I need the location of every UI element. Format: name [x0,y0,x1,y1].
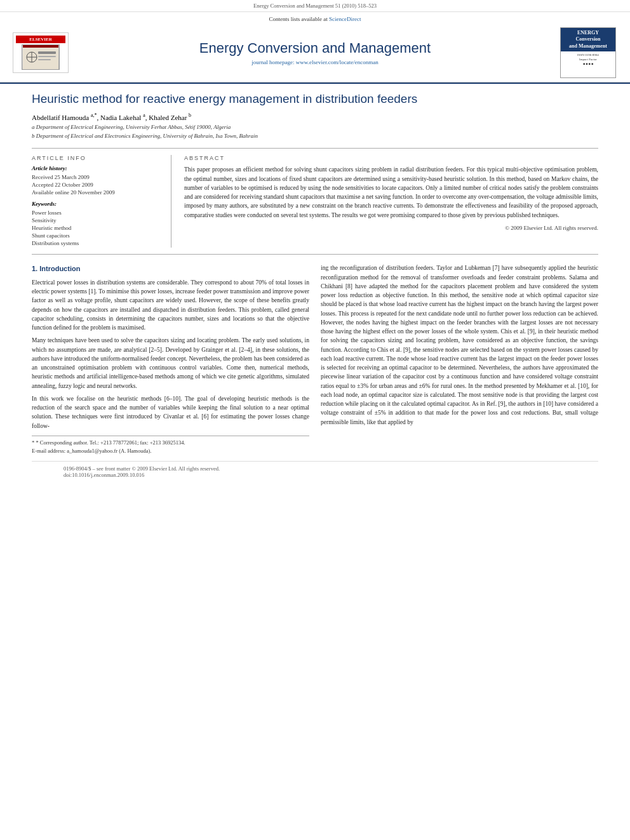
author-hamouda: Abdellatif Hamouda [32,113,89,121]
journal-logo-title: ENERGYConversionand Management [561,28,615,51]
accepted-date: Accepted 22 October 2009 [32,182,161,188]
elsevier-logo-wordmark: ELSEVIER [16,36,65,43]
svg-rect-7 [38,59,51,60]
footnote-line: * * Corresponding author. Tel.: +213 778… [32,439,309,447]
svg-rect-5 [38,51,56,54]
body-right-column: ing the reconfiguration of distribution … [321,263,598,455]
keyword-4: Shunt capacitors [32,232,161,239]
body-p1: Electrical power losses in distribution … [32,278,309,333]
email-address: a_hamouda1@yahoo.fr (A. Hamouda). [67,448,151,454]
footnote-area: * * Corresponding author. Tel.: +213 778… [32,436,309,455]
article-meta-section: ARTICLE INFO Article history: Received 2… [32,148,598,255]
sciencedirect-link[interactable]: ScienceDirect [329,16,361,22]
keyword-5: Distribution systems [32,240,161,246]
author-zehar-affil: b [189,112,191,118]
elsevier-logo-left: ELSEVIER [13,32,70,73]
article-info-label: ARTICLE INFO [32,155,161,161]
journal-header: Contents lists available at ScienceDirec… [0,12,630,83]
received-date: Received 25 March 2009 [32,174,161,180]
header-content: ELSEVIER [13,25,617,81]
abstract-section: ABSTRACT This paper proposes an efficien… [184,155,598,248]
journal-homepage: journal homepage: www.elsevier.com/locat… [76,59,554,65]
article-history-label: Article history: [32,165,161,171]
author-hamouda-affil: a,* [91,112,97,118]
body-p2: Many techniques have been used to solve … [32,336,309,390]
authors-line: Abdellatif Hamouda a,*, Nadia Lakehal a,… [32,112,598,121]
footer-issn: 0196-8904/$ – see front matter © 2009 El… [64,465,566,472]
journal-title: Energy Conversion and Management [76,40,554,57]
body-columns: 1. Introduction Electrical power losses … [32,263,598,455]
author-lakehal: Nadia Lakehal [100,113,141,121]
author-zehar: Khaled Zehar [149,113,187,121]
keyword-2: Sensitivity [32,217,161,223]
abstract-text: This paper proposes an efficient method … [184,165,598,220]
journal-title-area: Energy Conversion and Management journal… [70,40,560,65]
article-title: Heuristic method for reactive energy man… [32,91,598,107]
footer-doi: doi:10.1016/j.enconman.2009.10.016 [64,472,566,478]
journal-citation: Energy Conversion and Management 51 (201… [253,3,377,9]
affiliation-a: a Department of Electrical Engineering, … [32,123,598,132]
keyword-3: Heuristic method [32,225,161,231]
footnote-asterisk: * [32,439,34,446]
homepage-link[interactable]: journal homepage: www.elsevier.com/locat… [251,59,378,65]
page: Energy Conversion and Management 51 (201… [0,0,630,840]
affiliations: a Department of Electrical Engineering, … [32,123,598,140]
author-lakehal-affil: a [143,112,145,118]
available-date: Available online 20 November 2009 [32,189,161,196]
abstract-copyright: © 2009 Elsevier Ltd. All rights reserved… [184,225,598,231]
contents-text: Contents lists available at [269,16,328,22]
email-label: E-mail address: [32,448,65,454]
journal-logo-details: ISSN 0196-8904 Impact Factor ■ ■ ■ ■ [561,51,615,77]
svg-rect-1 [23,45,58,48]
contents-available-line: Contents lists available at ScienceDirec… [13,16,617,22]
email-line: E-mail address: a_hamouda1@yahoo.fr (A. … [32,447,309,455]
keyword-1: Power losses [32,210,161,216]
body-left-column: 1. Introduction Electrical power losses … [32,263,309,455]
footnote-text: * Corresponding author. Tel.: +213 77877… [36,439,185,446]
section1-heading: 1. Introduction [32,263,309,274]
svg-rect-6 [38,56,56,57]
article-info-panel: ARTICLE INFO Article history: Received 2… [32,155,171,248]
elsevier-logo-image [22,44,60,70]
article-content: Heuristic method for reactive energy man… [0,84,630,488]
affiliation-b: b Department of Electrical and Electroni… [32,132,598,141]
header-meta: Energy Conversion and Management 51 (201… [0,0,630,12]
page-footer: 0196-8904/$ – see front matter © 2009 El… [32,461,598,481]
body-p3: In this work we focalise on the heuristi… [32,394,309,430]
abstract-label: ABSTRACT [184,155,598,161]
keywords-label: Keywords: [32,201,161,207]
body-col2-p1: ing the reconfiguration of distribution … [321,263,598,427]
journal-logo-right: ENERGYConversionand Management ISSN 0196… [560,27,617,78]
